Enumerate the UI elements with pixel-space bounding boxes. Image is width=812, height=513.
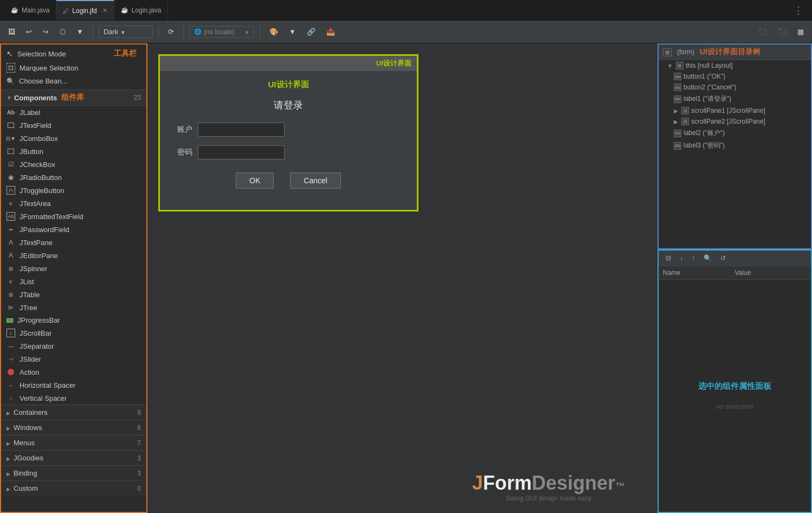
props-btn-search[interactable]: 🔍 [701, 253, 714, 264]
jformattedtextfield-label: JFormattedTextField [20, 213, 83, 221]
account-label: 账户 [171, 125, 192, 134]
comp-jcheckbox[interactable]: ☑ JCheckBox [1, 158, 146, 171]
comp-jscrollbar[interactable]: ↕ JScrollBar [1, 326, 146, 339]
action-icon [7, 368, 15, 376]
dialog-subtitle: 请登录 [171, 99, 406, 112]
comp-jtextfield[interactable]: JTextField [1, 119, 146, 132]
comp-jformattedtextfield[interactable]: Ab JFormattedTextField [1, 210, 146, 223]
palette-btn[interactable]: 🎨 [266, 25, 282, 38]
comp-jlist[interactable]: ≡ JList [1, 275, 146, 288]
comp-jtextarea[interactable]: ≡ JTextArea [1, 197, 146, 210]
password-input[interactable] [198, 145, 285, 159]
ok-button[interactable]: OK [236, 172, 274, 189]
comp-jslider[interactable]: ⊣ JSlider [1, 352, 146, 365]
group-windows[interactable]: Windows 6 [1, 420, 146, 435]
containers-count: 9 [137, 409, 141, 416]
dropdown-palette-btn[interactable]: ▼ [285, 25, 300, 38]
jfd-icon: 🖊 [63, 8, 69, 14]
tabs-container: ☕ Main.java 🖊 Login.jfd ✕ ☕ Login.java [4, 0, 168, 20]
props-btn-sort-up[interactable]: ↑ [689, 253, 698, 264]
tree-item-this[interactable]: ▼ ⊞ this [null Layout] [659, 60, 811, 71]
props-btn-grid[interactable]: ⊟ [663, 253, 674, 264]
logo-j: J [472, 472, 483, 494]
dialog-title-bar-label: UI设计界面 [165, 59, 411, 68]
jeditorpane-label: JEditorPane [20, 252, 58, 260]
props-btn-reset[interactable]: ↺ [718, 253, 729, 264]
export-small-btn[interactable]: ⬡ [56, 25, 69, 38]
account-input[interactable] [198, 123, 285, 137]
form-canvas[interactable]: UI设计界面 UI设计界面 请登录 账户 密码 OK Cancel [158, 54, 418, 211]
comp-jprogressbar[interactable]: JProgressBar [1, 314, 146, 326]
tab-login-jfd[interactable]: 🖊 Login.jfd ✕ [56, 0, 114, 20]
comp-jlabel[interactable]: Ab JLabel [1, 106, 146, 119]
horizontal-spacer-label: Horizontal Spacer [20, 381, 75, 389]
tree-item-label1[interactable]: Ab label1 ("请登录") [659, 93, 811, 105]
comp-jradiobutton[interactable]: ◉ JRadioButton [1, 171, 146, 184]
group-menus[interactable]: Menus 7 [1, 435, 146, 450]
label1-icon: Ab [674, 95, 681, 103]
locale-dropdown[interactable]: 🌐 (no locale) [189, 26, 254, 38]
group-jgoodies[interactable]: JGoodies 3 [1, 450, 146, 465]
this-label: this [null Layout] [686, 62, 733, 69]
jtextpane-label: JTextPane [20, 239, 53, 247]
tree-item-scrollpane2[interactable]: ▶ ⊟ scrollPane2 [JScrollPane] [659, 116, 811, 127]
comp-jpasswordfield[interactable]: •• JPasswordField [1, 223, 146, 236]
tools-section: ↖ Selection Mode 工具栏 ⊡ Marquee Selection… [1, 44, 146, 90]
undo-btn[interactable]: ↩ [22, 25, 36, 38]
comp-jtextpane[interactable]: A JTextPane [1, 236, 146, 249]
comp-jbutton[interactable]: JButton [1, 145, 146, 158]
tab-main-java[interactable]: ☕ Main.java [4, 0, 56, 20]
group-binding[interactable]: Binding 3 [1, 465, 146, 480]
group-containers[interactable]: Containers 9 [1, 405, 146, 420]
binding-count: 3 [137, 470, 141, 477]
components-header[interactable]: ▼ Components 组件库 23 [1, 90, 146, 106]
right-panel: ⊞ (form) UI设计界面目录树 ▼ ⊞ this [null Layout… [658, 43, 812, 513]
refresh-btn[interactable]: ⟳ [164, 25, 178, 38]
align-btn-2[interactable]: ⬛ [774, 25, 790, 38]
tab-close-btn[interactable]: ✕ [102, 7, 107, 14]
comp-jtogglebutton[interactable]: ⊓ JToggleButton [1, 184, 146, 197]
jgoodies-arrow [7, 455, 10, 461]
tab-login-java[interactable]: ☕ Login.java [114, 0, 169, 20]
sep2 [158, 25, 159, 39]
comp-jtree[interactable]: ⊳ JTree [1, 301, 146, 314]
selection-mode-item[interactable]: ↖ Selection Mode 工具栏 [1, 47, 146, 61]
binding-label: Binding [14, 469, 37, 477]
marquee-icon: ⊡ [7, 63, 15, 73]
tree-item-button1[interactable]: Ab button1 ("OK") [659, 71, 811, 82]
custom-label: Custom [14, 484, 38, 492]
comp-vertical-spacer[interactable]: ↕ Vertical Spacer [1, 392, 146, 405]
comp-action[interactable]: Action [1, 365, 146, 379]
comp-jseparator[interactable]: — JSeparator [1, 339, 146, 352]
grid-btn[interactable]: ▦ [794, 25, 808, 38]
comp-jspinner[interactable]: ⊞ JSpinner [1, 262, 146, 275]
jpasswordfield-label: JPasswordField [20, 226, 69, 234]
comp-jeditorpane[interactable]: A JEditorPane [1, 249, 146, 262]
align-btn-1[interactable]: ⬛ [755, 25, 771, 38]
image-btn[interactable]: 🖼 [4, 25, 19, 38]
group-custom[interactable]: Custom 0 [1, 480, 146, 496]
this-icon: ⊞ [676, 62, 684, 69]
tree-item-scrollpane1[interactable]: ▶ ⊟ scrollPane1 [JScrollPane] [659, 105, 811, 116]
choose-bean-item[interactable]: 🔍 Choose Bean... [1, 75, 146, 87]
toolbar: 🖼 ↩ ↪ ⬡ ▼ Dark ⟳ 🌐 (no locale) 🎨 ▼ 🔗 📤 ⬛… [0, 21, 812, 43]
cancel-button[interactable]: Cancel [290, 172, 341, 189]
jcombobox-icon: ⊟▼ [7, 134, 15, 143]
comp-jcombobox[interactable]: ⊟▼ JComboBox [1, 132, 146, 145]
grid-export-btn[interactable]: 📤 [323, 25, 339, 38]
link-btn[interactable]: 🔗 [303, 25, 319, 38]
tab-menu-button[interactable]: ⋮ [789, 4, 808, 16]
tree-item-button2[interactable]: Ab button2 ("Cancel") [659, 82, 811, 93]
theme-dropdown[interactable]: Dark [99, 25, 153, 38]
redo-btn[interactable]: ↪ [39, 25, 53, 38]
tree-item-label2[interactable]: Ab label2 ("账户") [659, 127, 811, 139]
marquee-selection-item[interactable]: ⊡ Marquee Selection [1, 61, 146, 75]
props-btn-sort-down[interactable]: ↓ [677, 253, 686, 264]
comp-jtable[interactable]: ⊞ JTable [1, 288, 146, 301]
tree-item-label3[interactable]: Ab label3 ("密码") [659, 139, 811, 152]
dropdown-arrow-btn[interactable]: ▼ [73, 25, 87, 38]
tree-title: UI设计界面目录树 [700, 47, 761, 57]
button2-icon: Ab [674, 84, 681, 91]
scrollpane2-label: scrollPane2 [JScrollPane] [691, 118, 765, 125]
comp-horizontal-spacer[interactable]: ↔ Horizontal Spacer [1, 379, 146, 392]
